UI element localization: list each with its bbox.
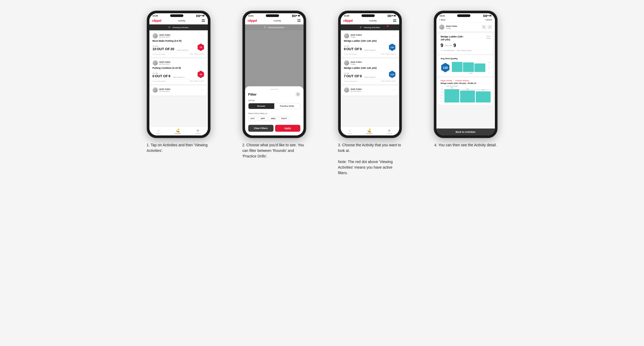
user-date-1-3: 28 Feb 2023 — [159, 90, 171, 92]
activities-icon-1: ⛳ — [176, 129, 180, 133]
apply-button[interactable]: Apply — [275, 125, 300, 132]
stats-row-1-1: Score 10 OUT OF 20 Shot Quality 75 — [153, 44, 205, 51]
filter-tab-rounds[interactable]: Rounds — [249, 103, 274, 109]
wifi-icon-3: ⊕ — [392, 15, 393, 17]
nav-capture-1[interactable]: ⊕ Capture — [195, 129, 201, 134]
mini-bar-2 — [463, 62, 474, 72]
card-footer-1-2: ⓘ Test Information Data: Clippd Capture — [153, 79, 205, 83]
y-label-100: 100 — [488, 62, 490, 63]
outof-label-1-1: OUT OF — [157, 47, 170, 51]
detail-header: < Back Cancel — [436, 18, 495, 23]
dots-menu-3-1[interactable]: ··· — [393, 34, 396, 37]
back-to-activities-button[interactable]: Back to Activities — [436, 129, 495, 135]
expand-icon[interactable]: ⤢ — [487, 25, 492, 29]
wifi-icon-2: ⊕ — [296, 15, 297, 17]
battery-icon-3: ▮▮ — [394, 15, 396, 17]
dots-menu-1-3[interactable]: ··· — [201, 88, 204, 92]
phone-frame-4: 13:21 ▐▐▐ ⊕ ▮▮ < Back Cancel — [434, 11, 498, 138]
nav-home-1[interactable]: ⌂ Home — [156, 129, 161, 134]
shots-val-3-2: 9 — [360, 74, 362, 78]
signal-icon-3: ▐▐▐ — [387, 15, 391, 17]
activities-icon-3: ⛳ — [367, 129, 371, 133]
menu-icon-1[interactable] — [202, 19, 205, 22]
filter-tab-practice[interactable]: Practice Drills — [274, 103, 300, 109]
bottom-nav-1: ⌂ Home ⛳ Activities ⊕ Capture — [149, 127, 208, 135]
logo-3: clippd — [343, 19, 353, 23]
practice-session-card: Player Activity › Practice Session Wedge… — [439, 78, 493, 105]
battery-icon-2: ▮▮ — [298, 15, 300, 17]
viewing-activities-bar-1[interactable]: ⚙ Viewing Activities — [149, 24, 208, 30]
bar-label-1: 132 — [451, 87, 453, 89]
chart-y-axis: 140 120 100 80 60 — [441, 88, 443, 102]
score-card: Wedge Ladder (100–140 yds) Score Shots 9… — [439, 33, 493, 54]
capture-icon-1: ⊕ — [196, 129, 199, 133]
sq-hex-large: 130 — [441, 63, 450, 72]
modal-close-button[interactable]: ✕ — [296, 92, 300, 97]
time-3: 13:20 — [344, 15, 349, 17]
player-activity-label: Player Activity — [441, 80, 452, 82]
user-date-4: Today — [446, 27, 457, 29]
clear-filters-button[interactable]: Clear Filters — [248, 125, 273, 132]
activity-card-3-3[interactable]: Josh Coles 28 Feb 2023 ··· — [342, 86, 398, 96]
activity-card-3-1[interactable]: Josh Coles Today ··· Wedge Ladder (100–1… — [342, 31, 398, 57]
score-item-1-2: Score 0 OUT OF 9 — [153, 72, 171, 78]
stats-row-3-2: Score 7 OUT OF 9 Shot Quality 118 — [344, 71, 396, 78]
status-icons-1: ▐▐▐ ⊕ ▮▮ — [196, 15, 205, 17]
dots-menu-1-2[interactable]: ··· — [201, 61, 204, 65]
practice-session-sub: Practice Session — [455, 80, 469, 82]
nav-activities-1[interactable]: ⛳ Activities — [175, 129, 181, 134]
status-icons-4: ▐▐▐ ⊕ ▮▮ — [483, 15, 492, 17]
battery-icon-4: ▮▮ — [489, 15, 491, 17]
y-100: 100 — [441, 94, 443, 96]
menu-icon-3[interactable] — [393, 19, 396, 22]
avatar-1-3 — [153, 87, 158, 93]
header-title-1: Activity — [178, 19, 186, 22]
drill-tag-ott[interactable]: OTT — [248, 116, 257, 121]
time-4: 13:21 — [440, 15, 445, 17]
activity-card-3-2[interactable]: Josh Coles Today ··· Wedge Ladder (100–1… — [342, 58, 398, 84]
activity-card-1-1[interactable]: Josh Coles 28 Feb 2023 ··· Must Make Put… — [150, 31, 207, 57]
detail-outof: OUT OF — [445, 45, 452, 46]
nav-capture-3[interactable]: ⊕ Capture — [386, 129, 392, 134]
card-footer-3-1: ⓘ Test Information Data: Clippd Capture — [344, 52, 396, 55]
modal-title: Filter — [248, 92, 257, 96]
avatar-1-2 — [153, 60, 158, 66]
nav-home-3[interactable]: ⌂ Home — [348, 129, 352, 134]
dots-menu-3-2[interactable]: ··· — [393, 61, 396, 65]
cancel-button[interactable]: Cancel — [486, 19, 492, 21]
activity-card-1-2[interactable]: Josh Coles 28 Feb 2023 ··· Putting Combi… — [150, 58, 207, 84]
viewing-activities-bar-3[interactable]: ⚙ Viewing Activities — [341, 24, 399, 30]
caption-4: 4. You can then see the Activity detail. — [434, 142, 497, 148]
score-item-3-2: Score 7 OUT OF 9 — [344, 72, 362, 78]
chart-legend: →→ → Avg Shot Quality — [441, 85, 491, 87]
mini-bars — [452, 61, 491, 72]
drill-tag-app[interactable]: APP — [258, 116, 267, 121]
activity-title-3-2: Wedge Ladder (100–140 yds) — [344, 67, 396, 69]
menu-icon-2[interactable] — [297, 19, 301, 22]
bar-2: 129 — [460, 91, 475, 102]
nav-activities-label-3: Activities — [366, 133, 372, 134]
sq-item-3-2: Shot Quality — [364, 76, 376, 78]
back-button[interactable]: < Back — [439, 19, 446, 21]
y-axis-labels: 100 50 0 — [488, 61, 490, 74]
app-header-2: clippd Activity — [245, 18, 304, 24]
score-inline-1-1: 10 OUT OF 20 — [153, 47, 174, 51]
avatar-4 — [439, 24, 444, 30]
caption-2: 2. Choose what you'd like to see. You ca… — [242, 142, 306, 159]
edit-icon[interactable]: ✎ — [482, 25, 486, 29]
activity-card-1-3[interactable]: Josh Coles 28 Feb 2023 ··· — [150, 86, 207, 96]
shots-val-3-1: 9 — [360, 47, 362, 51]
outof-label-3-2: OUT OF — [346, 74, 359, 78]
filter-modal-overlay[interactable]: Filter ✕ Show Rounds Practice Drills Pra… — [245, 30, 304, 135]
nav-activities-3[interactable]: ⛳ Activities — [366, 129, 372, 134]
drill-tag-arg[interactable]: ARG — [268, 116, 278, 121]
dots-menu-1-1[interactable]: ··· — [201, 34, 204, 37]
drill-tag-putt[interactable]: PUTT — [279, 116, 289, 121]
dots-menu-3-3[interactable]: ··· — [393, 88, 396, 92]
arrow-label: › — [453, 80, 454, 82]
footer-info-3-2: ⓘ Test Information — [344, 80, 357, 83]
small-chart-container: 130 100 50 0 — [441, 61, 491, 74]
test-info-text: Test Information — [443, 50, 455, 51]
user-details-1-3: Josh Coles 28 Feb 2023 — [159, 88, 171, 92]
footer-data-3-1: Data: Clippd Capture — [381, 53, 396, 55]
